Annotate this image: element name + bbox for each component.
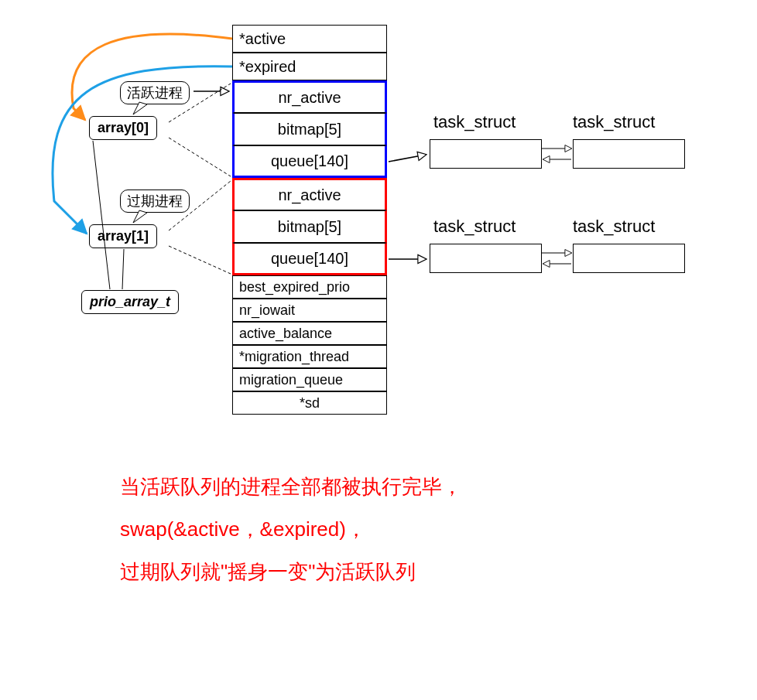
bubble-active-proc: 活跃进程 bbox=[120, 81, 190, 104]
task-struct-label-1b: task_struct bbox=[573, 112, 655, 132]
caption-line3: 过期队列就"摇身一变"为活跃队列 bbox=[120, 553, 416, 591]
task-struct-box-2a bbox=[430, 244, 542, 273]
label-array0: array[0] bbox=[89, 116, 157, 140]
group1-nr-active: nr_active bbox=[232, 80, 387, 113]
bubble-expired-proc: 过期进程 bbox=[120, 190, 190, 213]
group2-nr-active: nr_active bbox=[232, 178, 387, 210]
svg-line-4 bbox=[93, 141, 110, 289]
field-expired: *expired bbox=[232, 53, 387, 80]
field-active: *active bbox=[232, 25, 387, 53]
task-struct-label-2a: task_struct bbox=[433, 217, 516, 237]
task-struct-box-1b bbox=[573, 139, 685, 169]
task-struct-label-2b: task_struct bbox=[573, 217, 655, 237]
field-migration-thread: *migration_thread bbox=[232, 345, 387, 368]
label-array1: array[1] bbox=[89, 224, 157, 248]
svg-line-1 bbox=[169, 138, 231, 176]
field-sd: *sd bbox=[232, 391, 387, 415]
group2-queue: queue[140] bbox=[232, 243, 387, 275]
svg-line-5 bbox=[122, 249, 124, 289]
group1-queue: queue[140] bbox=[232, 145, 387, 178]
arrow-queue1-to-task bbox=[389, 155, 426, 162]
field-migration-queue: migration_queue bbox=[232, 368, 387, 391]
field-active-balance: active_balance bbox=[232, 322, 387, 345]
label-prio-array-t: prio_array_t bbox=[81, 290, 179, 314]
svg-line-3 bbox=[169, 246, 231, 274]
caption-line2: swap(&active，&expired)， bbox=[120, 510, 366, 548]
task-struct-label-1a: task_struct bbox=[433, 112, 516, 132]
group2-bitmap: bitmap[5] bbox=[232, 210, 387, 243]
task-struct-box-2b bbox=[573, 244, 685, 273]
task-struct-box-1a bbox=[430, 139, 542, 169]
field-best-expired-prio: best_expired_prio bbox=[232, 275, 387, 299]
group1-bitmap: bitmap[5] bbox=[232, 113, 387, 145]
caption-line1: 当活跃队列的进程全部都被执行完毕， bbox=[120, 468, 462, 506]
field-nr-iowait: nr_iowait bbox=[232, 299, 387, 322]
arrow-active-to-array0 bbox=[72, 34, 232, 120]
